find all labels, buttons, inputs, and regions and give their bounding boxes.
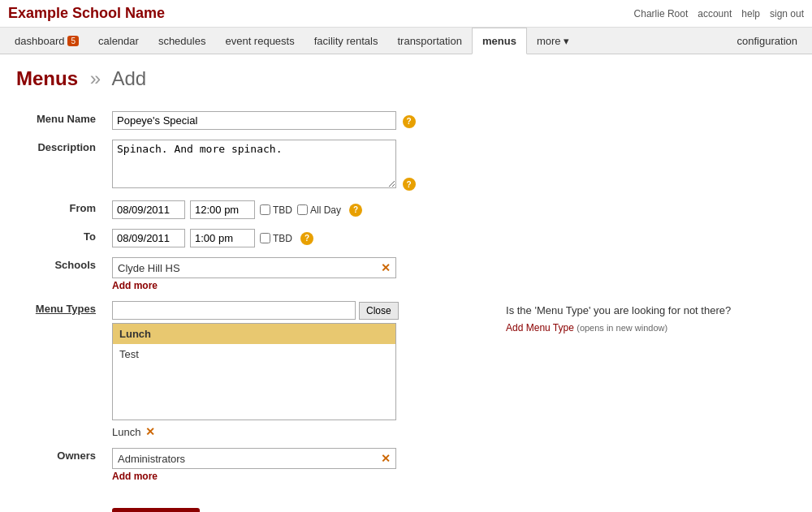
menu-type-hint-cell: Is the 'Menu Type' you are looking for n…: [499, 296, 796, 443]
user-nav: Charlie Root account help sign out: [634, 8, 804, 19]
from-time-input[interactable]: [190, 200, 255, 219]
to-row: To TBD ?: [16, 224, 796, 252]
nav-bar: dashboard 5 calendar schedules event req…: [0, 28, 812, 54]
owners-cell: Administrators ✕ Add more: [106, 443, 499, 487]
form-table: Menu Name ? Description Spinach. And mor…: [16, 106, 796, 512]
breadcrumb-separator: »: [90, 67, 101, 89]
to-date-input[interactable]: [112, 229, 185, 247]
menu-name-input[interactable]: [112, 111, 396, 130]
nav-menus[interactable]: menus: [472, 28, 527, 54]
selected-menu-type-row: Lunch ✕: [112, 425, 493, 438]
owners-row: Owners Administrators ✕ Add more: [16, 443, 796, 487]
owners-box: Administrators ✕: [112, 448, 396, 469]
menu-name-label: Menu Name: [16, 106, 106, 135]
menu-type-search-input[interactable]: [112, 301, 356, 320]
top-bar: Example School Name Charlie Root account…: [0, 0, 812, 28]
description-textarea[interactable]: Spinach. And more spinach.: [112, 140, 396, 188]
schools-row: Schools Clyde Hill HS ✕ Add more: [16, 252, 796, 296]
nav-transportation[interactable]: transportation: [387, 28, 472, 54]
page-title: Menus: [16, 67, 78, 89]
tbd-checkbox-label-from: TBD: [260, 204, 292, 216]
submit-cell: Add Menu: [106, 487, 499, 512]
school-box: Clyde Hill HS ✕: [112, 257, 396, 278]
menu-type-list: Lunch Test: [112, 323, 396, 420]
page-sub-title: Add: [111, 67, 146, 89]
tbd-checkbox-to[interactable]: [260, 233, 270, 243]
to-cell: TBD ?: [106, 224, 499, 252]
menu-type-hint: Is the 'Menu Type' you are looking for n…: [506, 304, 789, 316]
schools-cell: Clyde Hill HS ✕ Add more: [106, 252, 499, 296]
all-day-checkbox[interactable]: [297, 204, 308, 215]
more-chevron-icon: ▾: [564, 35, 569, 47]
description-row: Description Spinach. And more spinach. ?: [16, 135, 796, 196]
from-cell: TBD All Day ?: [106, 196, 499, 224]
owner-value: Administrators: [118, 453, 185, 465]
nav-facility-rentals[interactable]: facility rentals: [304, 28, 388, 54]
menu-types-cell: Close Lunch Test Lunch ✕: [106, 296, 499, 443]
add-more-owners-link[interactable]: Add more: [112, 471, 493, 482]
from-help-icon[interactable]: ?: [349, 204, 362, 217]
menu-name-help-icon[interactable]: ?: [403, 115, 416, 128]
remove-owner-button[interactable]: ✕: [381, 452, 391, 465]
remove-menu-type-button[interactable]: ✕: [145, 425, 155, 438]
owners-label: Owners: [16, 443, 106, 487]
nav-configuration[interactable]: configuration: [728, 28, 807, 54]
nav-event-requests[interactable]: event requests: [215, 28, 304, 54]
school-name: Example School Name: [8, 5, 165, 22]
nav-calendar[interactable]: calendar: [89, 28, 149, 54]
nav-spacer: [579, 28, 728, 54]
description-help-icon[interactable]: ?: [403, 178, 416, 191]
add-more-schools-link[interactable]: Add more: [112, 280, 493, 291]
submit-row: Add Menu: [16, 487, 796, 512]
from-label: From: [16, 196, 106, 224]
account-link[interactable]: account: [698, 8, 732, 19]
submit-label-spacer: [16, 487, 106, 512]
from-row: From TBD All Day ?: [16, 196, 796, 224]
menu-types-row: Menu Types Close Lunch Test Lunch ✕: [16, 296, 796, 443]
to-label: To: [16, 224, 106, 252]
selected-menu-type-label: Lunch: [112, 426, 140, 438]
nav-dashboard[interactable]: dashboard 5: [5, 28, 89, 54]
menu-type-close-button[interactable]: Close: [359, 302, 399, 320]
description-cell: Spinach. And more spinach. ?: [106, 135, 499, 196]
sign-out-link[interactable]: sign out: [770, 8, 804, 19]
school-value: Clyde Hill HS: [118, 262, 180, 274]
menu-type-item-test[interactable]: Test: [113, 344, 395, 364]
from-date-input[interactable]: [112, 200, 185, 219]
schools-label: Schools: [16, 252, 106, 296]
remove-school-button[interactable]: ✕: [381, 261, 391, 274]
page-heading: Menus » Add: [16, 67, 796, 90]
add-menu-button[interactable]: Add Menu: [112, 508, 200, 512]
content: Menus » Add Menu Name ? Description Spin…: [0, 54, 812, 512]
to-help-icon[interactable]: ?: [300, 232, 313, 245]
add-menu-type-paren: (opens in new window): [577, 323, 667, 333]
menu-name-row: Menu Name ?: [16, 106, 796, 135]
dashboard-badge: 5: [67, 36, 79, 46]
nav-more[interactable]: more ▾: [527, 28, 579, 54]
description-label: Description: [16, 135, 106, 196]
all-day-checkbox-label: All Day: [297, 204, 341, 216]
menu-type-search-row: Close: [112, 301, 493, 320]
menu-type-item-lunch[interactable]: Lunch: [113, 324, 395, 344]
tbd-checkbox-from[interactable]: [260, 204, 270, 215]
menu-types-label: Menu Types: [16, 296, 106, 443]
add-menu-type-link[interactable]: Add Menu Type (opens in new window): [506, 322, 667, 333]
tbd-checkbox-label-to: TBD: [260, 233, 292, 244]
user-display-name: Charlie Root: [634, 8, 689, 19]
help-link[interactable]: help: [741, 8, 760, 19]
to-time-input[interactable]: [190, 229, 255, 247]
nav-schedules[interactable]: schedules: [149, 28, 216, 54]
menu-name-cell: ?: [106, 106, 499, 135]
